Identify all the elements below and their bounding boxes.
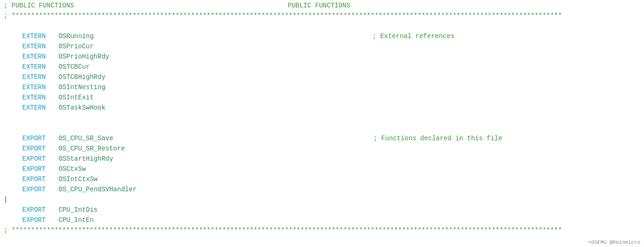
export-osctxsw: OSCtxSw xyxy=(59,165,86,173)
extern-ospriocu-line: EXTERN OSPrioCur xyxy=(0,43,644,53)
export-keyword-8: EXPORT xyxy=(22,216,55,224)
export-oscpusrrestore: OS_CPU_SR_Restore xyxy=(59,145,125,152)
bottom-separator-line: ; **************************************… xyxy=(0,227,644,237)
watermark: +OSEMU @Rainmicro xyxy=(588,240,640,245)
export-keyword-4: EXPORT xyxy=(22,165,55,173)
extern-keyword-8: EXTERN xyxy=(22,104,55,111)
blank-line-3 xyxy=(0,124,644,135)
extern-comment-1: ; External references xyxy=(373,32,454,40)
extern-keyword-6: EXTERN xyxy=(22,84,55,91)
extern-ostcbhighrdy-line: EXTERN OSTCBHighRdy xyxy=(0,73,644,84)
export-osctxsw-line: EXPORT OSCtxSw xyxy=(0,165,644,176)
export-keyword-6: EXPORT xyxy=(22,186,55,193)
extern-ospriohighrdy-line: EXTERN OSPrioHighRdy xyxy=(0,53,644,63)
export-keyword-2: EXPORT xyxy=(22,145,55,152)
extern-ostaskswhook-line: EXTERN OSTaskSwHook xyxy=(0,104,644,114)
extern-ostcbcur-line: EXTERN OSTCBCur xyxy=(0,63,644,73)
extern-keyword-5: EXTERN xyxy=(22,73,55,81)
top-separator-stars: ; **************************************… xyxy=(4,12,562,20)
export-keyword-5: EXPORT xyxy=(22,176,55,183)
extern-osintnesting-line: EXTERN OSIntNesting xyxy=(0,84,644,94)
header-title: PUBLIC FUNCTIONS xyxy=(288,2,350,9)
export-comment-1: ; Functions declared in this file xyxy=(374,135,502,142)
extern-keyword-2: EXTERN xyxy=(22,43,55,50)
extern-ostaskswhook: OSTaskSwHook xyxy=(59,104,105,111)
extern-ostcbhighrdy: OSTCBHighRdy xyxy=(59,73,105,81)
extern-keyword-1: EXTERN xyxy=(22,32,55,40)
blank-line-1 xyxy=(0,22,644,32)
extern-ospriohighrdy: OSPrioHighRdy xyxy=(59,53,109,60)
extern-osrunning-line: EXTERN OSRunning ; External references xyxy=(0,32,644,43)
export-cpuinten-line: EXPORT CPU_IntEn xyxy=(0,216,644,227)
code-container: ; PUBLIC FUNCTIONS PUBLIC FUNCTIONS ; **… xyxy=(0,0,644,247)
export-oscpusrsave-line: EXPORT OS_CPU_SR_Save ; Functions declar… xyxy=(0,135,644,145)
export-oscpupendsvhandler: OS_CPU_PendSVHandler xyxy=(59,186,137,193)
export-osstarthighrdy-line: EXPORT OSStartHighRdy xyxy=(0,155,644,165)
export-osintctxsw-line: EXPORT OSIntCtxSw xyxy=(0,176,644,186)
blank-line-2 xyxy=(0,114,644,124)
export-cpuinten: CPU_IntEn xyxy=(59,216,94,224)
blank-line-4: | xyxy=(0,196,644,206)
semicolon-marker: | xyxy=(4,196,7,203)
extern-osintexit-line: EXTERN OSIntExit xyxy=(0,94,644,104)
export-keyword-3: EXPORT xyxy=(22,155,55,162)
export-oscpusrrestore-line: EXPORT OS_CPU_SR_Restore xyxy=(0,145,644,155)
extern-ostcbcur: OSTCBCur xyxy=(59,63,90,71)
extern-ospriocu: OSPrioCur xyxy=(59,43,94,50)
extern-osintexit: OSIntExit xyxy=(59,94,94,101)
export-cpuintdis: CPU_IntDis xyxy=(59,206,98,214)
export-cpuintdis-line: EXPORT CPU_IntDis xyxy=(0,206,644,216)
top-separator-line: ; **************************************… xyxy=(0,12,644,22)
export-osstarthighrdy: OSStartHighRdy xyxy=(59,155,113,162)
extern-keyword-7: EXTERN xyxy=(22,94,55,101)
header-comment-line: ; PUBLIC FUNCTIONS PUBLIC FUNCTIONS xyxy=(0,2,644,12)
export-keyword-7: EXPORT xyxy=(22,206,55,214)
export-keyword-1: EXPORT xyxy=(22,135,55,142)
extern-keyword-3: EXTERN xyxy=(22,53,55,60)
export-oscpusrsave: OS_CPU_SR_Save xyxy=(59,135,113,142)
bottom-separator-stars: ; **************************************… xyxy=(4,227,562,234)
export-osintctxsw: OSIntCtxSw xyxy=(59,176,98,183)
export-oscpupendsvhandler-line: EXPORT OS_CPU_PendSVHandler xyxy=(0,186,644,196)
header-semicolon: ; PUBLIC FUNCTIONS xyxy=(4,2,74,9)
extern-keyword-4: EXTERN xyxy=(22,63,55,71)
extern-osintnesting: OSIntNesting xyxy=(59,84,105,91)
extern-osrunning: OSRunning xyxy=(59,32,94,40)
